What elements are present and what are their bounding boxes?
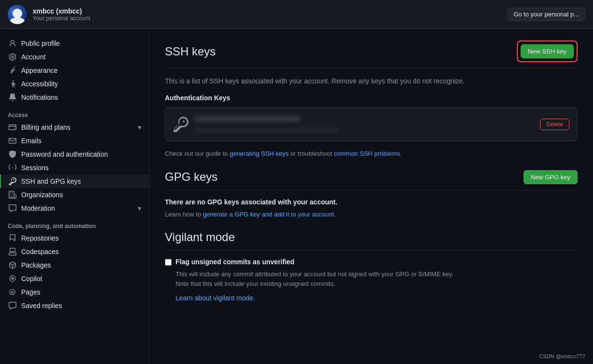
codespaces-icon <box>9 248 16 256</box>
flag-unsigned-label[interactable]: Flag unsigned commits as unverified <box>175 258 295 266</box>
sidebar-item-label: Password and authentication <box>21 150 141 158</box>
sidebar-item-codespaces[interactable]: Codespaces <box>0 245 149 258</box>
key-meta-blurred <box>194 127 339 133</box>
key-card-left <box>173 116 339 133</box>
ssh-key-card: Delete <box>165 108 578 141</box>
new-ssh-key-button[interactable]: New SSH key <box>521 44 574 58</box>
sidebar-item-copilot[interactable]: Copilot <box>0 272 149 285</box>
vigilant-learn-link[interactable]: Learn about vigilant mode. <box>175 294 255 302</box>
vigilant-desc2: Note that this will include your existin… <box>175 280 336 287</box>
sidebar-item-label: Billing and plans <box>21 123 133 131</box>
ssh-section-title: SSH keys <box>165 45 216 58</box>
user-name-block: xmbcc (xmbcc) Your personal account <box>33 7 90 22</box>
generating-ssh-keys-link[interactable]: generating SSH keys <box>229 150 288 157</box>
gpg-help-text: Learn how to generate a GPG key and add … <box>165 210 578 219</box>
mail-icon <box>9 137 16 145</box>
sidebar-item-label: Copilot <box>21 275 141 283</box>
sidebar-item-label: Packages <box>21 261 141 269</box>
pages-icon <box>9 288 16 296</box>
sidebar-item-label: Codespaces <box>21 248 141 256</box>
sidebar-item-repositories[interactable]: Repositories <box>0 231 149 245</box>
sidebar-item-label: Sessions <box>21 164 141 172</box>
repo-icon <box>9 234 16 242</box>
creditcard-icon <box>9 123 16 131</box>
vigilant-section-header: Vigilant mode <box>165 230 578 244</box>
shield-icon <box>9 150 16 158</box>
new-gpg-key-button[interactable]: New GPG key <box>524 170 578 184</box>
guide-text-mid: or troubleshoot <box>289 150 334 157</box>
user-info: xmbcc (xmbcc) Your personal account <box>8 5 90 24</box>
sidebar-item-label: Notifications <box>21 94 141 101</box>
chevron-down-icon: ▾ <box>138 204 141 212</box>
moderation-icon <box>9 204 16 212</box>
auth-keys-heading: Authentication Keys <box>165 94 578 102</box>
gear-icon <box>9 53 16 61</box>
delete-key-button[interactable]: Delete <box>540 119 569 130</box>
chevron-down-icon: ▾ <box>138 123 141 131</box>
access-section-label: Access <box>0 104 149 121</box>
top-header: xmbcc (xmbcc) Your personal account Go t… <box>0 0 593 29</box>
sidebar-item-saved-replies[interactable]: Saved replies <box>0 299 149 312</box>
sidebar-item-label: Saved replies <box>21 302 141 310</box>
flag-unsigned-checkbox[interactable] <box>165 259 172 266</box>
guide-text-suffix: . <box>400 150 402 157</box>
broadcast-icon <box>9 164 16 172</box>
sidebar-item-label: Emails <box>21 137 141 145</box>
gpg-learn-link[interactable]: generate a GPG key and add it to your ac… <box>203 211 334 218</box>
ssh-section-header: SSH keys New SSH key <box>165 40 578 62</box>
sidebar-item-moderation[interactable]: Moderation ▾ <box>0 202 149 215</box>
sidebar-item-label: Repositories <box>21 234 141 242</box>
sidebar-item-ssh-gpg[interactable]: SSH and GPG keys <box>0 175 149 188</box>
key-icon <box>9 177 16 185</box>
sidebar-item-account[interactable]: Account <box>0 50 149 64</box>
key-card-icon <box>173 117 189 132</box>
sidebar-item-label: Moderation <box>21 204 133 212</box>
sidebar-item-label: Accessibility <box>21 80 141 88</box>
bell-icon <box>9 94 16 101</box>
packages-icon <box>9 261 16 269</box>
common-ssh-problems-link[interactable]: common SSH problems <box>334 150 400 157</box>
sidebar: Public profile Account Appearance <box>0 29 149 364</box>
sidebar-item-accessibility[interactable]: Accessibility <box>0 77 149 91</box>
sidebar-item-label: SSH and GPG keys <box>21 177 141 185</box>
sidebar-item-packages[interactable]: Packages <box>0 258 149 272</box>
ssh-help-text: Check out our guide to generating SSH ke… <box>165 149 578 159</box>
user-display-name: xmbcc (xmbcc) <box>33 7 90 15</box>
ssh-description: This is a list of SSH keys associated wi… <box>165 76 578 86</box>
sidebar-item-organizations[interactable]: Organizations <box>0 188 149 202</box>
sidebar-item-notifications[interactable]: Notifications <box>0 91 149 104</box>
gpg-no-keys-text: There are no GPG keys associated with yo… <box>165 198 578 206</box>
sidebar-item-label: Appearance <box>21 67 141 74</box>
guide-text-prefix: Check out our guide to <box>165 150 229 157</box>
gpg-keys-section: GPG keys New GPG key There are no GPG ke… <box>165 170 578 219</box>
ssh-keys-section: SSH keys New SSH key This is a list of S… <box>165 40 578 159</box>
accessibility-icon <box>9 80 16 88</box>
flag-unsigned-row: Flag unsigned commits as unverified <box>165 258 578 266</box>
sidebar-item-emails[interactable]: Emails <box>0 134 149 148</box>
gpg-section-header: GPG keys New GPG key <box>165 170 578 184</box>
watermark: CSDN @xmbcc777 <box>539 353 585 359</box>
paintbrush-icon <box>9 67 16 74</box>
user-subtitle: Your personal account <box>33 15 90 22</box>
organizations-icon <box>9 191 16 199</box>
new-ssh-key-wrapper: New SSH key <box>517 40 578 62</box>
vigilant-desc1: This will include any commit attributed … <box>175 270 453 278</box>
gpg-section-title: GPG keys <box>165 170 217 184</box>
vigilant-desc: This will include any commit attributed … <box>175 270 578 288</box>
sidebar-item-pages[interactable]: Pages <box>0 285 149 299</box>
sidebar-item-password-auth[interactable]: Password and authentication <box>0 148 149 161</box>
go-to-personal-button[interactable]: Go to your personal p... <box>507 8 585 21</box>
gpg-learn-suffix: . <box>334 211 336 218</box>
sidebar-item-billing[interactable]: Billing and plans ▾ <box>0 121 149 134</box>
sidebar-item-label: Public profile <box>21 40 141 47</box>
content-area: SSH keys New SSH key This is a list of S… <box>149 29 593 364</box>
sidebar-item-public-profile[interactable]: Public profile <box>0 37 149 50</box>
key-info <box>194 116 339 133</box>
code-section-label: Code, planning, and automation <box>0 215 149 231</box>
sidebar-item-sessions[interactable]: Sessions <box>0 161 149 175</box>
sidebar-item-appearance[interactable]: Appearance <box>0 64 149 77</box>
key-name-blurred <box>194 116 300 122</box>
sidebar-item-label: Organizations <box>21 191 141 199</box>
sidebar-item-label: Account <box>21 53 141 61</box>
copilot-icon <box>9 275 16 283</box>
